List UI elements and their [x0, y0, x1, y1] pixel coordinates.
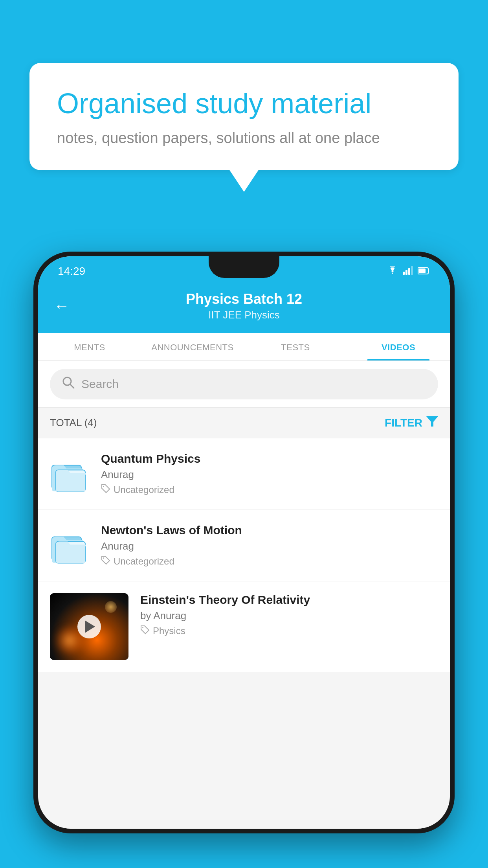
- tab-announcements[interactable]: ANNOUNCEMENTS: [141, 333, 244, 360]
- video-tag: Physics: [140, 625, 438, 637]
- phone-frame: 14:29: [33, 252, 455, 833]
- phone-screen: 14:29: [38, 256, 450, 829]
- signal-icon: [403, 265, 413, 278]
- svg-point-15: [142, 627, 143, 628]
- status-icons: [387, 265, 430, 278]
- video-item-info: Quantum Physics Anurag Uncategorized: [101, 452, 438, 496]
- svg-marker-8: [426, 416, 438, 427]
- phone-container: 14:29: [33, 252, 455, 868]
- video-title: Einstein's Theory Of Relativity: [140, 593, 438, 607]
- list-item[interactable]: Einstein's Theory Of Relativity by Anura…: [38, 581, 450, 672]
- status-time: 14:29: [58, 265, 85, 278]
- svg-rect-2: [408, 268, 410, 275]
- bubble-title: Organised study material: [57, 86, 431, 120]
- bubble-subtitle: notes, question papers, solutions all at…: [57, 130, 431, 147]
- phone-notch: [209, 256, 279, 278]
- play-triangle-icon: [85, 620, 95, 633]
- video-tag: Uncategorized: [101, 484, 438, 496]
- svg-rect-3: [411, 266, 413, 275]
- battery-icon: [418, 265, 430, 278]
- tab-ments[interactable]: MENTS: [38, 333, 141, 360]
- svg-rect-0: [403, 272, 405, 275]
- video-list: Quantum Physics Anurag Uncategorized: [38, 438, 450, 672]
- list-item[interactable]: Quantum Physics Anurag Uncategorized: [38, 438, 450, 510]
- wifi-icon: [387, 265, 398, 278]
- tag-icon: [101, 555, 110, 567]
- search-container: Search: [38, 361, 450, 408]
- tab-videos[interactable]: VIDEOS: [347, 333, 450, 360]
- video-item-info: Einstein's Theory Of Relativity by Anura…: [140, 593, 438, 637]
- header-title: Physics Batch 12: [186, 291, 302, 307]
- filter-icon: [426, 416, 438, 429]
- svg-line-7: [70, 384, 74, 388]
- svg-point-11: [103, 486, 104, 487]
- play-button[interactable]: [77, 615, 101, 638]
- back-button[interactable]: ←: [54, 297, 70, 315]
- search-placeholder: Search: [81, 377, 119, 391]
- svg-rect-5: [418, 268, 426, 273]
- tag-icon: [140, 625, 150, 637]
- total-label: TOTAL (4): [50, 417, 97, 429]
- filter-button[interactable]: FILTER: [385, 416, 438, 429]
- video-author: by Anurag: [140, 610, 438, 622]
- header-subtitle: IIT JEE Physics: [186, 309, 302, 321]
- tab-bar: MENTS ANNOUNCEMENTS TESTS VIDEOS: [38, 333, 450, 361]
- svg-rect-1: [405, 270, 407, 275]
- speech-bubble: Organised study material notes, question…: [29, 63, 459, 170]
- filter-bar: TOTAL (4) FILTER: [38, 408, 450, 438]
- video-author: Anurag: [101, 469, 438, 481]
- search-bar[interactable]: Search: [50, 369, 438, 399]
- folder-icon: [50, 528, 89, 563]
- video-author: Anurag: [101, 540, 438, 552]
- video-item-info: Newton's Laws of Motion Anurag Uncategor…: [101, 524, 438, 567]
- app-header: ← Physics Batch 12 IIT JEE Physics: [38, 283, 450, 333]
- video-title: Quantum Physics: [101, 452, 438, 465]
- search-icon: [62, 376, 75, 392]
- tab-tests[interactable]: TESTS: [244, 333, 347, 360]
- tag-icon: [101, 484, 110, 496]
- header-title-group: Physics Batch 12 IIT JEE Physics: [186, 291, 302, 321]
- folder-icon: [50, 456, 89, 492]
- video-title: Newton's Laws of Motion: [101, 524, 438, 537]
- list-item[interactable]: Newton's Laws of Motion Anurag Uncategor…: [38, 510, 450, 581]
- svg-point-14: [103, 557, 104, 559]
- video-tag: Uncategorized: [101, 555, 438, 567]
- video-thumbnail: [50, 593, 128, 660]
